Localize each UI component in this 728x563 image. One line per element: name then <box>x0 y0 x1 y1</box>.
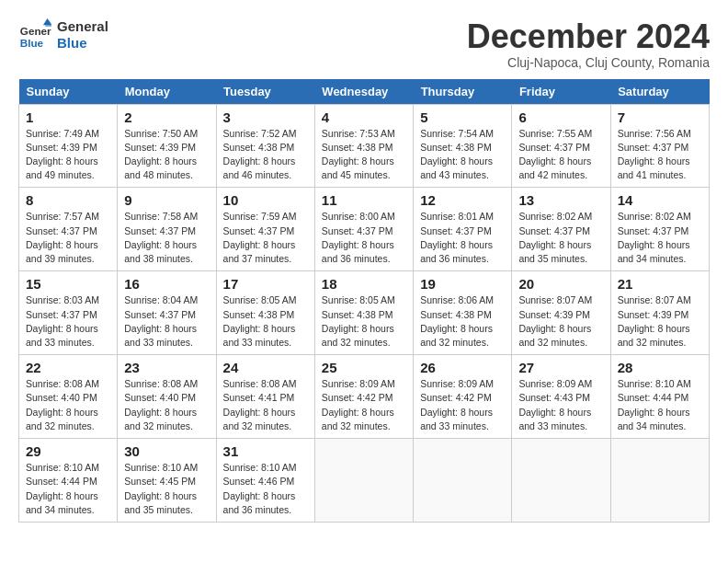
day-number: 1 <box>26 109 110 125</box>
day-number: 10 <box>223 192 308 208</box>
day-info: Sunrise: 7:50 AMSunset: 4:39 PMDaylight:… <box>124 128 198 181</box>
day-info: Sunrise: 7:52 AMSunset: 4:38 PMDaylight:… <box>223 128 297 181</box>
day-number: 29 <box>26 443 110 459</box>
day-number: 31 <box>223 443 308 459</box>
weekday-thursday: Thursday <box>414 79 512 105</box>
calendar-table: SundayMondayTuesdayWednesdayThursdayFrid… <box>18 79 710 523</box>
day-cell: 30 Sunrise: 8:10 AMSunset: 4:45 PMDaylig… <box>118 439 216 523</box>
day-info: Sunrise: 8:10 AMSunset: 4:46 PMDaylight:… <box>223 462 297 515</box>
day-cell: 29 Sunrise: 8:10 AMSunset: 4:44 PMDaylig… <box>19 439 118 523</box>
day-cell: 31 Sunrise: 8:10 AMSunset: 4:46 PMDaylig… <box>216 439 314 523</box>
day-number: 13 <box>518 192 603 208</box>
day-number: 25 <box>322 360 406 375</box>
day-number: 27 <box>518 360 603 375</box>
day-info: Sunrise: 8:01 AMSunset: 4:37 PMDaylight:… <box>420 211 494 264</box>
day-info: Sunrise: 7:55 AMSunset: 4:37 PMDaylight:… <box>518 128 592 181</box>
location: Cluj-Napoca, Cluj County, Romania <box>467 55 710 70</box>
day-number: 8 <box>26 192 110 208</box>
title-block: December 2024 Cluj-Napoca, Cluj County, … <box>467 18 710 70</box>
day-cell: 3 Sunrise: 7:52 AMSunset: 4:38 PMDayligh… <box>216 104 314 188</box>
day-info: Sunrise: 8:06 AMSunset: 4:38 PMDaylight:… <box>420 294 494 348</box>
day-cell: 23 Sunrise: 8:08 AMSunset: 4:40 PMDaylig… <box>118 355 216 439</box>
day-info: Sunrise: 7:49 AMSunset: 4:39 PMDaylight:… <box>26 128 99 181</box>
day-cell: 24 Sunrise: 8:08 AMSunset: 4:41 PMDaylig… <box>216 355 314 439</box>
day-info: Sunrise: 8:00 AMSunset: 4:37 PMDaylight:… <box>322 211 395 264</box>
day-info: Sunrise: 8:10 AMSunset: 4:44 PMDaylight:… <box>618 378 691 431</box>
calendar-week-row: 15 Sunrise: 8:03 AMSunset: 4:37 PMDaylig… <box>19 271 710 355</box>
day-info: Sunrise: 8:10 AMSunset: 4:44 PMDaylight:… <box>26 462 99 515</box>
weekday-friday: Friday <box>512 79 610 105</box>
day-cell: 14 Sunrise: 8:02 AMSunset: 4:37 PMDaylig… <box>610 188 709 271</box>
day-info: Sunrise: 8:09 AMSunset: 4:42 PMDaylight:… <box>322 378 395 431</box>
weekday-monday: Monday <box>118 79 216 105</box>
calendar-week-row: 8 Sunrise: 7:57 AMSunset: 4:37 PMDayligh… <box>19 188 710 271</box>
day-number: 15 <box>26 276 110 292</box>
page-header: General Blue General Blue December 2024 … <box>18 18 710 70</box>
day-cell: 22 Sunrise: 8:08 AMSunset: 4:40 PMDaylig… <box>19 355 118 439</box>
weekday-tuesday: Tuesday <box>216 79 314 105</box>
day-cell: 4 Sunrise: 7:53 AMSunset: 4:38 PMDayligh… <box>314 104 413 188</box>
day-number: 7 <box>618 109 702 125</box>
empty-cell <box>414 439 512 523</box>
day-cell: 10 Sunrise: 7:59 AMSunset: 4:37 PMDaylig… <box>216 188 314 271</box>
day-cell: 13 Sunrise: 8:02 AMSunset: 4:37 PMDaylig… <box>512 188 610 271</box>
calendar-week-row: 29 Sunrise: 8:10 AMSunset: 4:44 PMDaylig… <box>19 439 710 523</box>
month-title: December 2024 <box>467 18 710 55</box>
logo-line2: Blue <box>57 35 108 52</box>
day-number: 26 <box>420 360 505 375</box>
day-number: 21 <box>618 276 702 292</box>
day-cell: 27 Sunrise: 8:09 AMSunset: 4:43 PMDaylig… <box>512 355 610 439</box>
day-info: Sunrise: 8:08 AMSunset: 4:41 PMDaylight:… <box>223 378 297 431</box>
day-info: Sunrise: 7:57 AMSunset: 4:37 PMDaylight:… <box>26 211 99 264</box>
day-cell: 16 Sunrise: 8:04 AMSunset: 4:37 PMDaylig… <box>118 271 216 355</box>
day-number: 14 <box>618 192 702 208</box>
logo-icon: General Blue <box>18 18 51 52</box>
day-cell: 18 Sunrise: 8:05 AMSunset: 4:38 PMDaylig… <box>314 271 413 355</box>
day-number: 2 <box>124 109 209 125</box>
day-info: Sunrise: 7:59 AMSunset: 4:37 PMDaylight:… <box>223 211 297 264</box>
day-info: Sunrise: 8:02 AMSunset: 4:37 PMDaylight:… <box>518 211 592 264</box>
day-info: Sunrise: 8:10 AMSunset: 4:45 PMDaylight:… <box>124 462 198 515</box>
day-cell: 17 Sunrise: 8:05 AMSunset: 4:38 PMDaylig… <box>216 271 314 355</box>
day-info: Sunrise: 7:56 AMSunset: 4:37 PMDaylight:… <box>618 128 691 181</box>
day-number: 3 <box>223 109 308 125</box>
day-cell: 7 Sunrise: 7:56 AMSunset: 4:37 PMDayligh… <box>610 104 709 188</box>
empty-cell <box>314 439 413 523</box>
day-info: Sunrise: 8:05 AMSunset: 4:38 PMDaylight:… <box>223 294 297 348</box>
weekday-header-row: SundayMondayTuesdayWednesdayThursdayFrid… <box>19 79 710 105</box>
day-info: Sunrise: 8:03 AMSunset: 4:37 PMDaylight:… <box>26 294 99 348</box>
day-number: 18 <box>322 276 406 292</box>
day-cell: 20 Sunrise: 8:07 AMSunset: 4:39 PMDaylig… <box>512 271 610 355</box>
day-number: 9 <box>124 192 209 208</box>
day-cell: 2 Sunrise: 7:50 AMSunset: 4:39 PMDayligh… <box>118 104 216 188</box>
day-number: 5 <box>420 109 505 125</box>
day-number: 24 <box>223 360 308 375</box>
day-number: 19 <box>420 276 505 292</box>
day-number: 22 <box>26 360 110 375</box>
day-info: Sunrise: 8:08 AMSunset: 4:40 PMDaylight:… <box>124 378 198 431</box>
day-number: 16 <box>124 276 209 292</box>
day-cell: 11 Sunrise: 8:00 AMSunset: 4:37 PMDaylig… <box>314 188 413 271</box>
day-cell: 6 Sunrise: 7:55 AMSunset: 4:37 PMDayligh… <box>512 104 610 188</box>
day-cell: 12 Sunrise: 8:01 AMSunset: 4:37 PMDaylig… <box>414 188 512 271</box>
day-number: 28 <box>618 360 702 375</box>
day-info: Sunrise: 7:53 AMSunset: 4:38 PMDaylight:… <box>322 128 395 181</box>
day-info: Sunrise: 8:05 AMSunset: 4:38 PMDaylight:… <box>322 294 395 348</box>
day-cell: 8 Sunrise: 7:57 AMSunset: 4:37 PMDayligh… <box>19 188 118 271</box>
weekday-wednesday: Wednesday <box>314 79 413 105</box>
logo: General Blue General Blue <box>18 18 108 52</box>
day-cell: 5 Sunrise: 7:54 AMSunset: 4:38 PMDayligh… <box>414 104 512 188</box>
day-number: 6 <box>518 109 603 125</box>
day-info: Sunrise: 7:54 AMSunset: 4:38 PMDaylight:… <box>420 128 494 181</box>
weekday-saturday: Saturday <box>610 79 709 105</box>
day-info: Sunrise: 8:04 AMSunset: 4:37 PMDaylight:… <box>124 294 198 348</box>
day-number: 20 <box>518 276 603 292</box>
day-number: 12 <box>420 192 505 208</box>
calendar-body: 1 Sunrise: 7:49 AMSunset: 4:39 PMDayligh… <box>19 104 710 522</box>
day-cell: 1 Sunrise: 7:49 AMSunset: 4:39 PMDayligh… <box>19 104 118 188</box>
day-info: Sunrise: 7:58 AMSunset: 4:37 PMDaylight:… <box>124 211 198 264</box>
day-info: Sunrise: 8:09 AMSunset: 4:42 PMDaylight:… <box>420 378 494 431</box>
empty-cell <box>610 439 709 523</box>
day-info: Sunrise: 8:08 AMSunset: 4:40 PMDaylight:… <box>26 378 99 431</box>
day-number: 30 <box>124 443 209 459</box>
